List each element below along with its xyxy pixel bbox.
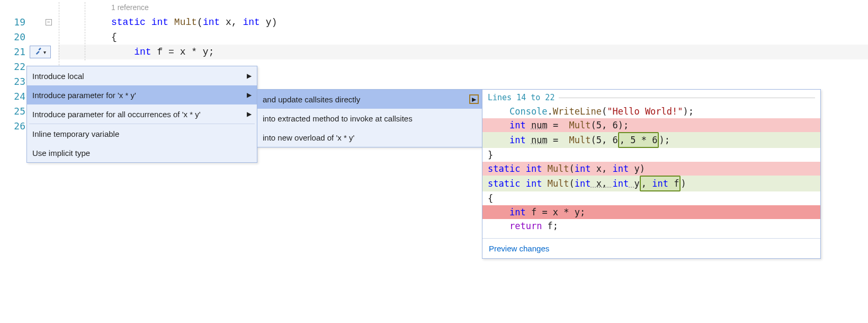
submenu-arrow-icon: ▶ <box>247 91 252 99</box>
preview-line-inserted: int num = Mult(5, 6, 5 * 6); <box>482 132 820 148</box>
line-number: 21 <box>0 45 29 59</box>
code-line[interactable]: int f = x * y; <box>58 45 277 59</box>
line-number: 26 <box>0 119 29 134</box>
menu-item-introduce-local[interactable]: Introduce local ▶ <box>27 66 257 85</box>
header-rule <box>559 98 815 98</box>
preview-expand-icon[interactable]: ▶ <box>469 94 479 104</box>
preview-footer: Preview changes <box>482 238 820 258</box>
inserted-text-highlight: , int f <box>640 176 681 191</box>
line-number: 25 <box>0 104 29 119</box>
preview-header: Lines 14 to 22 <box>482 90 820 103</box>
preview-line-deleted: int f = x * y; <box>482 205 820 219</box>
preview-header-label: Lines 14 to 22 <box>488 93 554 102</box>
screwdriver-icon <box>35 47 42 57</box>
preview-body: Console.WriteLine("Hello World!"); int n… <box>482 103 820 238</box>
preview-line: Console.WriteLine("Hello World!"); <box>482 104 820 118</box>
menu-item-label: Introduce parameter for all occurrences … <box>32 110 201 119</box>
menu-item-label: Introduce parameter for 'x * y' <box>32 91 136 100</box>
line-number: 20 <box>0 30 29 45</box>
line-number: 24 <box>0 89 29 104</box>
submenu-item-extracted-method[interactable]: into extracted method to invoke at calls… <box>257 109 482 128</box>
preview-panel: Lines 14 to 22 Console.WriteLine("Hello … <box>482 89 821 259</box>
submenu-arrow-icon: ▶ <box>247 72 252 80</box>
menu-item-inline-temp[interactable]: Inline temporary variable <box>27 124 257 143</box>
codelens-references[interactable]: 1 reference <box>58 0 277 15</box>
inserted-text-highlight: , 5 * 6 <box>618 132 659 148</box>
quick-actions-submenu[interactable]: and update callsites directly ▶ into ext… <box>257 89 482 147</box>
preview-line-deleted: int num = Mult(5, 6); <box>482 118 820 132</box>
menu-item-introduce-parameter-all[interactable]: Introduce parameter for all occurrences … <box>27 104 257 124</box>
menu-item-label: Inline temporary variable <box>32 129 119 138</box>
menu-item-label: Introduce local <box>32 72 84 81</box>
code-area[interactable]: 1 reference static int Mult(int x, int y… <box>58 0 277 59</box>
preview-line-deleted: static int Mult(int x, int y) <box>482 162 820 176</box>
dropdown-caret-icon: ▾ <box>43 49 46 55</box>
submenu-item-update-callsites[interactable]: and update callsites directly ▶ <box>257 90 482 109</box>
svg-rect-0 <box>38 48 41 51</box>
preview-line: { <box>482 191 820 205</box>
menu-item-label: into new overload of 'x * y' <box>263 133 354 142</box>
quick-actions-menu[interactable]: Introduce local ▶ Introduce parameter fo… <box>26 66 257 163</box>
menu-item-label: Use implicit type <box>32 149 90 158</box>
submenu-item-new-overload[interactable]: into new overload of 'x * y' <box>257 128 482 147</box>
line-number: 22 <box>0 59 29 74</box>
menu-item-label: into extracted method to invoke at calls… <box>263 114 413 123</box>
quick-actions-lightbulb[interactable]: ▾ <box>30 46 51 58</box>
menu-item-label: and update callsites directly <box>263 95 360 104</box>
line-number: 23 <box>0 74 29 89</box>
menu-item-use-implicit-type[interactable]: Use implicit type <box>27 143 257 162</box>
preview-line: return f; <box>482 219 820 233</box>
menu-item-introduce-parameter[interactable]: Introduce parameter for 'x * y' ▶ <box>27 85 257 104</box>
preview-changes-link[interactable]: Preview changes <box>489 244 549 253</box>
code-line[interactable]: static int Mult(int x, int y) <box>58 15 277 30</box>
fold-toggle-icon[interactable]: − <box>46 19 52 25</box>
preview-line-inserted: static int Mult(int x, int y, int f) <box>482 176 820 191</box>
preview-line: } <box>482 148 820 162</box>
line-number-gutter: 19 20 21 22 23 24 25 26 <box>0 0 29 134</box>
submenu-arrow-icon: ▶ <box>247 110 252 118</box>
line-number: 19 <box>0 15 29 30</box>
code-line[interactable]: { <box>58 30 277 45</box>
